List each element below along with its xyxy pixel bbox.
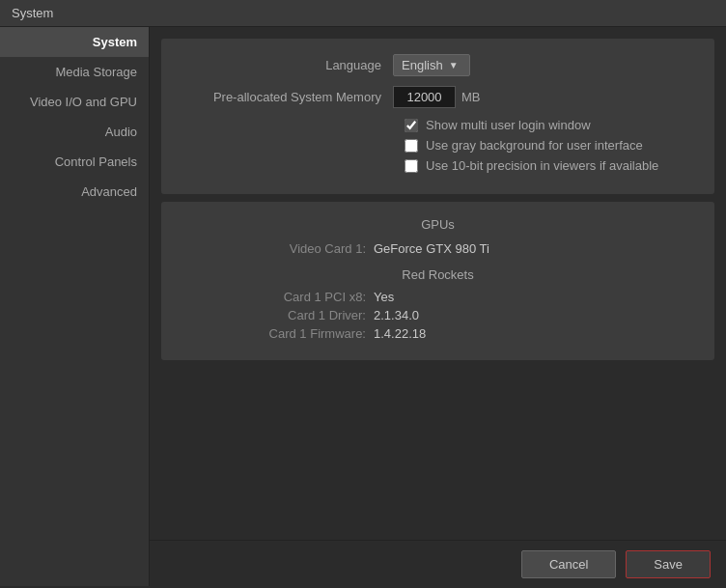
sidebar: System Media Storage Video I/O and GPU A…	[0, 27, 150, 586]
video-card-row: Video Card 1: GeForce GTX 980 Ti	[181, 241, 695, 256]
settings-panel: Language English ▼ Pre-allocated System …	[161, 39, 714, 194]
language-value: English	[402, 58, 443, 72]
gpu-panel: GPUs Video Card 1: GeForce GTX 980 Ti Re…	[161, 202, 714, 360]
gray-bg-label: Use gray background for user interface	[426, 138, 643, 153]
sidebar-item-system[interactable]: System	[0, 27, 149, 57]
language-select[interactable]: English ▼	[393, 54, 470, 76]
cancel-button[interactable]: Cancel	[521, 550, 616, 578]
memory-row: Pre-allocated System Memory 12000 MB	[181, 86, 695, 108]
card-pci-row: Card 1 PCI x8: Yes	[181, 290, 695, 304]
memory-label: Pre-allocated System Memory	[181, 90, 393, 104]
language-row: Language English ▼	[181, 54, 695, 76]
multi-user-checkbox[interactable]	[405, 119, 418, 132]
memory-unit: MB	[461, 90, 481, 104]
card-driver-label: Card 1 Driver:	[181, 308, 374, 322]
sidebar-item-control-panels[interactable]: Control Panels	[0, 147, 149, 177]
chevron-down-icon: ▼	[449, 60, 459, 70]
video-card-value: GeForce GTX 980 Ti	[374, 241, 489, 256]
bottom-bar: Cancel Save	[150, 540, 726, 588]
card-firmware-label: Card 1 Firmware:	[181, 326, 374, 341]
content-area: Language English ▼ Pre-allocated System …	[150, 27, 726, 586]
title-bar: System	[0, 0, 726, 27]
card-driver-row: Card 1 Driver: 2.1.34.0	[181, 308, 695, 322]
10bit-checkbox[interactable]	[405, 159, 418, 173]
sidebar-item-audio[interactable]: Audio	[0, 117, 149, 147]
sidebar-item-media-storage[interactable]: Media Storage	[0, 57, 149, 87]
checkbox-gray-bg-row: Use gray background for user interface	[405, 138, 695, 153]
language-label: Language	[181, 58, 393, 72]
title-label: System	[12, 6, 53, 20]
red-rockets-title: Red Rockets	[181, 267, 695, 282]
card-pci-value: Yes	[374, 290, 394, 304]
save-button[interactable]: Save	[626, 550, 711, 578]
sidebar-item-advanced[interactable]: Advanced	[0, 177, 149, 207]
gpus-title: GPUs	[181, 217, 695, 232]
card-firmware-value: 1.4.22.18	[374, 326, 426, 341]
gray-bg-checkbox[interactable]	[405, 139, 418, 153]
checkbox-10bit-row: Use 10-bit precision in viewers if avail…	[405, 158, 695, 173]
video-card-label: Video Card 1:	[181, 241, 374, 256]
sidebar-item-video-io-gpu[interactable]: Video I/O and GPU	[0, 87, 149, 117]
card-pci-label: Card 1 PCI x8:	[181, 290, 374, 304]
card-driver-value: 2.1.34.0	[374, 308, 419, 322]
checkbox-multi-user-row: Show multi user login window	[405, 118, 695, 132]
card-firmware-row: Card 1 Firmware: 1.4.22.18	[181, 326, 695, 341]
memory-input[interactable]: 12000	[393, 86, 456, 108]
10bit-label: Use 10-bit precision in viewers if avail…	[426, 158, 658, 173]
multi-user-label: Show multi user login window	[426, 118, 591, 132]
